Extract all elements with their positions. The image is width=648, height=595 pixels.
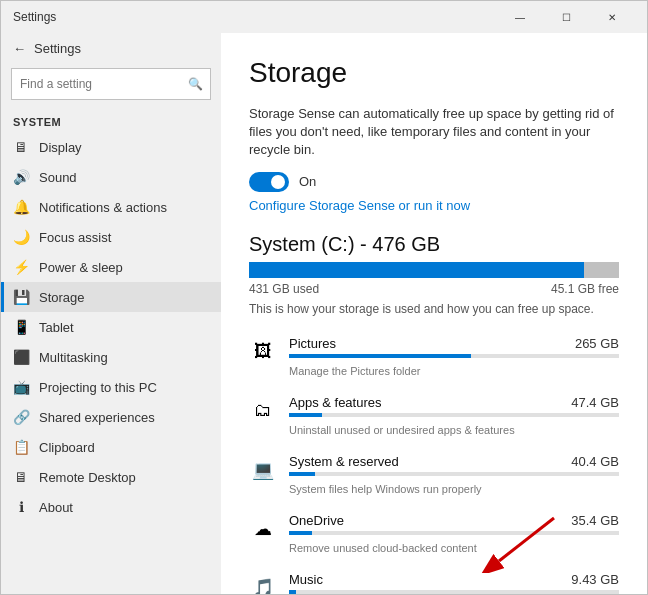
- power-icon: ⚡: [13, 259, 29, 275]
- sidebar-item-label: Notifications & actions: [39, 200, 167, 215]
- storage-item-music: 🎵 Music 9.43 GB Manage the Music folder: [249, 564, 619, 594]
- tablet-icon: 📱: [13, 319, 29, 335]
- multitasking-icon: ⬛: [13, 349, 29, 365]
- pictures-name[interactable]: Pictures: [289, 336, 336, 351]
- music-bar: [289, 590, 619, 594]
- sidebar-item-label: Shared experiences: [39, 410, 155, 425]
- pictures-size: 265 GB: [575, 336, 619, 351]
- sidebar-items: 🖥 Display 🔊 Sound 🔔 Notifications & acti…: [1, 132, 221, 522]
- onedrive-size: 35.4 GB: [571, 513, 619, 528]
- close-button[interactable]: ✕: [589, 1, 635, 33]
- sidebar-item-label: Sound: [39, 170, 77, 185]
- storage-icon: 💾: [13, 289, 29, 305]
- storage-item-apps: 🗂 Apps & features 47.4 GB Uninstall unus…: [249, 387, 619, 446]
- apps-bar: [289, 413, 619, 417]
- projecting-icon: 📺: [13, 379, 29, 395]
- about-icon: ℹ: [13, 499, 29, 515]
- back-icon: ←: [13, 41, 26, 56]
- sidebar-item-label: Remote Desktop: [39, 470, 136, 485]
- system-header: System & reserved 40.4 GB: [289, 454, 619, 469]
- back-button[interactable]: ← Settings: [1, 33, 221, 64]
- sidebar-item-label: Storage: [39, 290, 85, 305]
- sidebar-item-multitasking[interactable]: ⬛ Multitasking: [1, 342, 221, 372]
- maximize-button[interactable]: ☐: [543, 1, 589, 33]
- sidebar-item-focus[interactable]: 🌙 Focus assist: [1, 222, 221, 252]
- search-container: 🔍: [11, 68, 211, 100]
- apps-name[interactable]: Apps & features: [289, 395, 382, 410]
- storage-item-pictures: 🖼 Pictures 265 GB Manage the Pictures fo…: [249, 328, 619, 387]
- sidebar-section-label: System: [1, 108, 221, 132]
- drive-title: System (C:) - 476 GB: [249, 233, 619, 256]
- apps-icon: 🗂: [249, 397, 277, 425]
- music-icon: 🎵: [249, 574, 277, 594]
- drive-bar-free: [584, 262, 619, 278]
- apps-header: Apps & features 47.4 GB: [289, 395, 619, 410]
- pictures-bar-fill: [289, 354, 471, 358]
- system-bar-fill: [289, 472, 315, 476]
- system-name[interactable]: System & reserved: [289, 454, 399, 469]
- sidebar-item-about[interactable]: ℹ About: [1, 492, 221, 522]
- music-bar-fill: [289, 590, 296, 594]
- sidebar-item-tablet[interactable]: 📱 Tablet: [1, 312, 221, 342]
- drive-usage-bar: [249, 262, 619, 278]
- main-content: Storage Storage Sense can automatically …: [221, 33, 647, 594]
- apps-bar-fill: [289, 413, 322, 417]
- configure-link[interactable]: Configure Storage Sense or run it now: [249, 198, 619, 213]
- notifications-icon: 🔔: [13, 199, 29, 215]
- sidebar-item-label: Display: [39, 140, 82, 155]
- onedrive-bar-fill: [289, 531, 312, 535]
- system-desc: System files help Windows run properly: [289, 483, 482, 495]
- sidebar-item-remote[interactable]: 🖥 Remote Desktop: [1, 462, 221, 492]
- back-label: Settings: [34, 41, 81, 56]
- sound-icon: 🔊: [13, 169, 29, 185]
- system-bar: [289, 472, 619, 476]
- storage-item-onedrive: ☁ OneDrive 35.4 GB Remove unused cloud-b…: [249, 505, 619, 564]
- search-icon: 🔍: [188, 77, 203, 91]
- system-details: System & reserved 40.4 GB System files h…: [289, 454, 619, 497]
- pictures-icon: 🖼: [249, 338, 277, 366]
- music-name[interactable]: Music: [289, 572, 323, 587]
- pictures-bar: [289, 354, 619, 358]
- toggle-label: On: [299, 174, 316, 189]
- sidebar-item-sound[interactable]: 🔊 Sound: [1, 162, 221, 192]
- apps-size: 47.4 GB: [571, 395, 619, 410]
- onedrive-desc: Remove unused cloud-backed content: [289, 542, 477, 554]
- titlebar: Settings — ☐ ✕: [1, 1, 647, 33]
- sidebar-item-label: Projecting to this PC: [39, 380, 157, 395]
- shared-icon: 🔗: [13, 409, 29, 425]
- sidebar-item-clipboard[interactable]: 📋 Clipboard: [1, 432, 221, 462]
- onedrive-details: OneDrive 35.4 GB Remove unused cloud-bac…: [289, 513, 619, 556]
- storage-items-list: 🖼 Pictures 265 GB Manage the Pictures fo…: [249, 328, 619, 594]
- storage-sense-description: Storage Sense can automatically free up …: [249, 105, 619, 160]
- pictures-desc: Manage the Pictures folder: [289, 365, 420, 377]
- drive-bar-used: [249, 262, 584, 278]
- onedrive-bar: [289, 531, 619, 535]
- system-icon: 💻: [249, 456, 277, 484]
- sidebar-item-label: About: [39, 500, 73, 515]
- system-size: 40.4 GB: [571, 454, 619, 469]
- sidebar: ← Settings 🔍 System 🖥 Display 🔊 Sound 🔔 …: [1, 33, 221, 594]
- used-label: 431 GB used: [249, 282, 319, 296]
- sidebar-item-power[interactable]: ⚡ Power & sleep: [1, 252, 221, 282]
- sidebar-item-label: Power & sleep: [39, 260, 123, 275]
- storage-sense-toggle[interactable]: [249, 172, 289, 192]
- sidebar-item-shared[interactable]: 🔗 Shared experiences: [1, 402, 221, 432]
- music-size: 9.43 GB: [571, 572, 619, 587]
- search-input[interactable]: [11, 68, 211, 100]
- sidebar-item-notifications[interactable]: 🔔 Notifications & actions: [1, 192, 221, 222]
- free-label: 45.1 GB free: [551, 282, 619, 296]
- music-details: Music 9.43 GB Manage the Music folder: [289, 572, 619, 594]
- sidebar-item-label: Tablet: [39, 320, 74, 335]
- pictures-header: Pictures 265 GB: [289, 336, 619, 351]
- storage-item-system: 💻 System & reserved 40.4 GB System files…: [249, 446, 619, 505]
- display-icon: 🖥: [13, 139, 29, 155]
- page-title: Storage: [249, 57, 619, 89]
- sidebar-item-storage[interactable]: 💾 Storage: [1, 282, 221, 312]
- sidebar-item-display[interactable]: 🖥 Display: [1, 132, 221, 162]
- clipboard-icon: 📋: [13, 439, 29, 455]
- onedrive-name[interactable]: OneDrive: [289, 513, 344, 528]
- minimize-button[interactable]: —: [497, 1, 543, 33]
- onedrive-icon: ☁: [249, 515, 277, 543]
- sidebar-item-projecting[interactable]: 📺 Projecting to this PC: [1, 372, 221, 402]
- music-header: Music 9.43 GB: [289, 572, 619, 587]
